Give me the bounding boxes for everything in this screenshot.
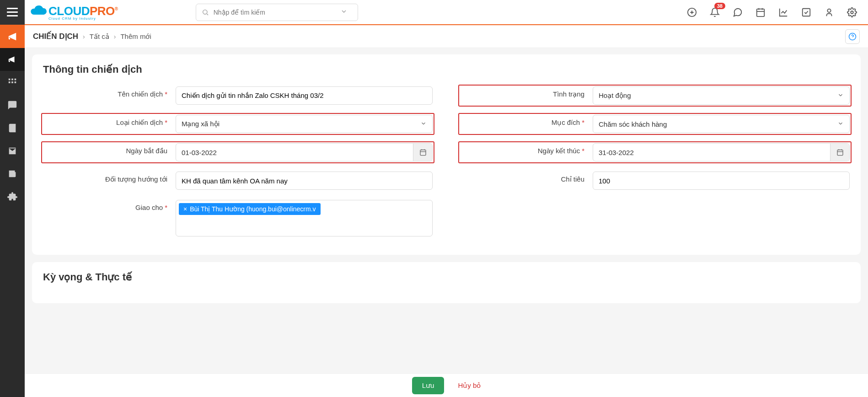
assignee-tag: × Bùi Thị Thu Hường (huong.bui@onlinecrm…	[179, 203, 321, 215]
search-icon	[202, 9, 209, 16]
target-metric-input[interactable]	[593, 172, 850, 190]
section-title-2: Kỳ vọng & Thực tế	[43, 271, 850, 283]
svg-point-4	[827, 9, 830, 12]
chat-icon[interactable]	[733, 7, 743, 17]
sidebar-item-book[interactable]	[0, 117, 25, 139]
field-campaign-name: Tên chiến dịch*	[43, 86, 433, 105]
svg-rect-11	[15, 81, 16, 83]
hamburger-menu[interactable]	[0, 0, 25, 25]
calendar-icon[interactable]	[755, 7, 766, 17]
chevron-down-icon[interactable]	[340, 8, 352, 17]
logo-text-accent: PRO	[90, 4, 115, 18]
assigned-to-input[interactable]: × Bùi Thị Thu Hường (huong.bui@onlinecrm…	[176, 200, 433, 236]
field-campaign-type: Loại chiến dịch* Mạng xã hội	[42, 113, 434, 134]
help-button[interactable]	[845, 29, 860, 44]
expectations-card: Kỳ vọng & Thực tế	[32, 262, 861, 303]
svg-point-5	[851, 11, 853, 14]
search-input[interactable]	[214, 9, 340, 16]
svg-rect-10	[11, 81, 13, 83]
svg-rect-6	[9, 79, 11, 80]
field-purpose: Mục đích* Chăm sóc khách hàng	[459, 113, 851, 134]
target-audience-input[interactable]	[176, 172, 433, 190]
header-actions: 38	[687, 7, 868, 17]
chevron-down-icon	[837, 92, 844, 100]
svg-rect-8	[15, 79, 16, 80]
field-target-audience: Đối tượng hướng tới	[43, 172, 433, 190]
cancel-button[interactable]: Hủy bỏ	[458, 381, 481, 390]
breadcrumb-level1[interactable]: Tất cả	[90, 32, 109, 41]
svg-rect-3	[803, 8, 810, 16]
cloud-icon	[29, 1, 48, 23]
notification-badge: 38	[714, 3, 725, 9]
sidebar-item-mail[interactable]	[0, 139, 25, 162]
end-date-input[interactable]: 31-03-2022	[593, 143, 850, 161]
sidebar-item-news[interactable]	[0, 162, 25, 185]
campaign-name-input[interactable]	[176, 86, 433, 105]
svg-rect-14	[837, 150, 843, 156]
top-header: CLOUDPRO® Cloud CRM by Industry 38	[0, 0, 868, 25]
svg-rect-13	[420, 150, 426, 156]
field-start-date: Ngày bắt đầu 01-03-2022	[42, 142, 434, 163]
global-search[interactable]	[196, 4, 358, 21]
field-target-metric: Chỉ tiêu	[460, 172, 850, 190]
breadcrumb-level2: Thêm mới	[120, 32, 151, 41]
sidebar-item-campaign[interactable]	[0, 48, 25, 71]
save-button[interactable]: Lưu	[412, 377, 445, 394]
field-end-date: Ngày kết thúc* 31-03-2022	[459, 142, 851, 163]
campaign-type-select[interactable]: Mạng xã hội	[176, 115, 433, 133]
logo-text-main: CLOUD	[48, 4, 90, 18]
check-icon[interactable]	[801, 7, 811, 17]
footer-actions: Lưu Hủy bỏ	[25, 373, 868, 397]
campaign-info-card: Thông tin chiến dịch Tên chiến dịch* Tìn…	[32, 54, 861, 255]
svg-rect-9	[9, 81, 11, 83]
chevron-down-icon	[837, 120, 844, 128]
sidebar	[0, 25, 25, 397]
chevron-down-icon	[420, 120, 427, 128]
logo[interactable]: CLOUDPRO® Cloud CRM by Industry	[29, 1, 118, 23]
svg-rect-7	[11, 79, 13, 80]
start-date-input[interactable]: 01-03-2022	[176, 143, 433, 161]
chart-icon[interactable]	[778, 7, 788, 17]
sidebar-item-puzzle[interactable]	[0, 185, 25, 208]
main-content: Thông tin chiến dịch Tên chiến dịch* Tìn…	[25, 48, 868, 373]
section-title: Thông tin chiến dịch	[43, 64, 850, 75]
field-status: Tình trạng Hoạt động	[459, 85, 851, 106]
chevron-right-icon: ›	[114, 33, 116, 40]
sidebar-item-megaphone[interactable]	[0, 25, 25, 48]
sidebar-item-grid[interactable]	[0, 71, 25, 94]
gear-icon[interactable]	[847, 7, 857, 17]
field-assigned-to: Giao cho* × Bùi Thị Thu Hường (huong.bui…	[43, 200, 433, 236]
calendar-icon[interactable]	[413, 144, 432, 161]
add-icon[interactable]	[687, 7, 697, 17]
svg-point-0	[203, 10, 207, 14]
breadcrumb: CHIẾN DỊCH › Tất cả › Thêm mới	[25, 25, 868, 48]
calendar-icon[interactable]	[830, 144, 849, 161]
user-icon[interactable]	[824, 7, 834, 17]
breadcrumb-root[interactable]: CHIẾN DỊCH	[33, 32, 78, 41]
status-select[interactable]: Hoạt động	[593, 86, 850, 105]
purpose-select[interactable]: Chăm sóc khách hàng	[593, 115, 850, 133]
chevron-right-icon: ›	[83, 33, 85, 40]
svg-rect-2	[757, 9, 765, 16]
sidebar-item-chat[interactable]	[0, 94, 25, 117]
bell-icon[interactable]: 38	[710, 7, 720, 17]
remove-tag-icon[interactable]: ×	[183, 205, 187, 213]
